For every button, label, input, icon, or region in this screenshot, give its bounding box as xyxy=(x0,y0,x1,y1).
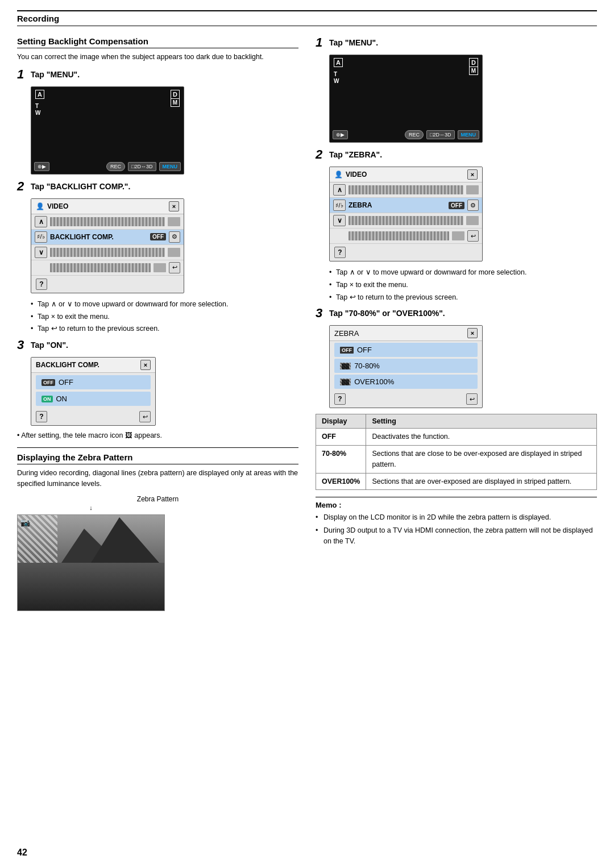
step2-backlight: 2 Tap "BACKLIGHT COMP.". xyxy=(17,180,298,193)
step1-zebra: 1 Tap "MENU". xyxy=(316,36,597,49)
cam-d-icon: D xyxy=(171,90,180,99)
table-cell-off-display: OFF xyxy=(316,429,366,446)
nav-down-btn-r[interactable]: ∨ xyxy=(333,215,346,226)
table-cell-70-display: 70-80% xyxy=(316,446,366,474)
section1-desc: You can correct the image when the subje… xyxy=(17,52,298,63)
two-col-layout: Setting Backlight Compensation You can c… xyxy=(17,36,597,618)
back-btn-2[interactable]: ↩ xyxy=(139,411,151,422)
zebra-landscape: 📷 xyxy=(18,515,164,610)
table-cell-100-display: OVER100% xyxy=(316,473,366,490)
zebra-opt-off-row[interactable]: OFF OFF xyxy=(334,343,478,357)
step3-num: 3 xyxy=(17,339,27,351)
backlight-value-off: OFF xyxy=(150,233,166,240)
video-menu-screen-2: 👤 VIDEO × ∧ ♯/♭ ZEBRA OFF ⚙ xyxy=(329,167,483,261)
page-title: Recording xyxy=(17,14,59,23)
table-cell-100-setting: Sections that are over-exposed are displ… xyxy=(366,473,597,490)
step1r-label: Tap "MENU". xyxy=(329,36,378,47)
small-bar-3 xyxy=(154,263,166,272)
on-label: ON xyxy=(56,394,68,403)
zebra-menu-label: ZEBRA xyxy=(349,201,446,209)
zebra-submenu-bottom: ? ↩ xyxy=(330,391,482,408)
settings-table: Display Setting OFF Deactivates the func… xyxy=(316,414,597,490)
nav-down-btn[interactable]: ∨ xyxy=(35,247,47,258)
blight-close-btn[interactable]: × xyxy=(140,360,151,370)
menu-backlight-row[interactable]: ♯/♭ BACKLIGHT COMP. OFF ⚙ xyxy=(31,230,184,245)
menu-close-btn[interactable]: × xyxy=(169,201,179,211)
question-btn-2[interactable]: ? xyxy=(36,411,47,422)
small-bar-r4 xyxy=(452,231,464,240)
blight-option-on[interactable]: ON ON xyxy=(36,392,151,406)
zebra-close-btn[interactable]: × xyxy=(467,328,478,338)
zebra-opt-100-row[interactable]: ▓▓ OVER100% xyxy=(334,375,478,389)
after-note: • After setting, the tele macro icon 🖼 a… xyxy=(17,431,298,439)
menu-zebra-row[interactable]: ♯/♭ ZEBRA OFF ⚙ xyxy=(330,198,482,213)
cam-d-icon-r: D xyxy=(469,58,478,67)
menu-row-r3: ∨ xyxy=(330,213,482,229)
memo-list: Display on the LCD monitor is in 2D whil… xyxy=(316,512,597,546)
table-col-display: Display xyxy=(316,414,366,429)
step3-backlight: 3 Tap "ON". xyxy=(17,339,298,351)
table-cell-70-setting: Sections that are close to be over-expos… xyxy=(366,446,597,474)
memo-item-1: Display on the LCD monitor is in 2D whil… xyxy=(316,512,597,523)
menu-title-bar-r: 👤 VIDEO × xyxy=(330,167,482,182)
cam-tw: TW xyxy=(35,103,40,117)
step3r-label: Tap "70-80%" or "OVER100%". xyxy=(329,307,445,318)
cam-dm-icon-r: M xyxy=(469,67,478,75)
cam-btn-rec: REC xyxy=(106,162,125,171)
cam-btn-menu-r: MENU xyxy=(458,130,480,139)
gear-btn-r[interactable]: ⚙ xyxy=(467,200,479,211)
menu-close-btn-r[interactable]: × xyxy=(467,169,478,180)
cam-btn-photo-r: ⊕▶ xyxy=(333,130,348,139)
section2-desc: During video recording, diagonal lines (… xyxy=(17,468,298,489)
zebra-option-screen: ZEBRA × OFF OFF ▓▓ 70-80% ▓▓ OVER100% ? xyxy=(329,325,483,408)
nav-up-btn[interactable]: ∧ xyxy=(35,216,47,227)
backlight-submenu: BACKLIGHT COMP. × OFF OFF ON ON ? ↩ xyxy=(31,357,156,426)
cam-tw-r: TW xyxy=(334,71,339,85)
section2-heading: Displaying the Zebra Pattern xyxy=(17,452,298,464)
striped-bar-3 xyxy=(50,263,151,272)
off-label: OFF xyxy=(59,378,73,387)
blight-option-off[interactable]: OFF OFF xyxy=(36,375,151,389)
bullet-1-1: Tap ∧ or ∨ to move upward or downward fo… xyxy=(31,299,298,310)
bullet-r-1: Tap ∧ or ∨ to move upward or downward fo… xyxy=(329,267,597,278)
step3-label: Tap "ON". xyxy=(31,339,68,350)
col-left: Setting Backlight Compensation You can c… xyxy=(17,36,298,618)
hash-btn[interactable]: ♯/♭ xyxy=(35,231,47,243)
menu-bottom-1: ? xyxy=(31,276,184,293)
cam-dm-icon: M xyxy=(171,98,180,107)
striped-bar-r3 xyxy=(349,216,463,225)
step1-label: Tap "MENU". xyxy=(31,68,80,79)
small-bar-1 xyxy=(168,217,180,226)
zebra-submenu-title: ZEBRA xyxy=(334,329,359,338)
step3r-num: 3 xyxy=(316,307,326,319)
zebra-70-badge: ▓▓ xyxy=(340,363,351,369)
blight-title: BACKLIGHT COMP. xyxy=(36,361,99,369)
question-btn-z[interactable]: ? xyxy=(334,393,346,405)
step1-num: 1 xyxy=(17,68,27,81)
question-btn-r[interactable]: ? xyxy=(334,247,346,258)
step2r-num: 2 xyxy=(316,148,326,161)
zebra-value-off: OFF xyxy=(449,202,464,209)
nav-up-btn-r[interactable]: ∧ xyxy=(333,184,346,196)
gear-btn[interactable]: ⚙ xyxy=(169,231,180,243)
video-menu-screen-1: 👤 VIDEO × ∧ ♯/♭ BACKLIGHT COMP. OFF ⚙ xyxy=(31,198,184,293)
back-btn-z[interactable]: ↩ xyxy=(466,393,478,405)
question-btn-1[interactable]: ? xyxy=(36,279,47,290)
back-btn-1[interactable]: ↩ xyxy=(169,262,180,273)
cam-bottom-bar-r: ⊕▶ REC □2D↔3D MENU xyxy=(333,130,479,139)
striped-bar-2 xyxy=(50,248,165,257)
on-badge: ON xyxy=(42,396,53,402)
menu-extra-row: ↩ xyxy=(31,260,184,276)
hash-btn-r[interactable]: ♯/♭ xyxy=(333,200,346,211)
cam-a-icon: A xyxy=(35,90,44,99)
zebra-off-badge: OFF xyxy=(340,347,354,354)
cam-btn-menu: MENU xyxy=(159,162,181,171)
menu-nav-up-row: ∧ xyxy=(31,214,184,230)
table-col-setting: Setting xyxy=(366,414,597,429)
back-btn-r1[interactable]: ↩ xyxy=(467,230,479,242)
menu-row-r1: ∧ xyxy=(330,182,482,198)
cam-a-icon-r: A xyxy=(334,58,343,67)
blight-title-bar: BACKLIGHT COMP. × xyxy=(31,358,155,373)
zebra-opt-70-row[interactable]: ▓▓ 70-80% xyxy=(334,359,478,373)
page-container: Recording Setting Backlight Compensation… xyxy=(0,0,614,868)
